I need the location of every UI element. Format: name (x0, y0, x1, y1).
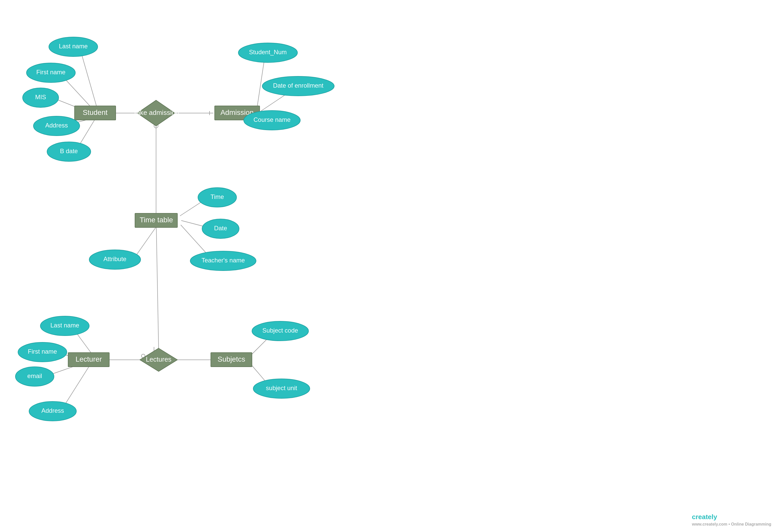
attr-first-name-lecturer-text: First name (28, 348, 57, 355)
attr-bdate-text: B date (60, 147, 78, 154)
svg-line-6 (257, 57, 265, 108)
attr-mis-text: MIS (35, 93, 46, 101)
attr-subject-unit-text: subject unit (266, 385, 297, 391)
svg-line-14 (134, 227, 156, 259)
timetable-label: Time table (139, 216, 173, 224)
lecturer-label: Lecturer (75, 355, 102, 363)
er-diagram: Take admission Student Admission Time ta… (0, 0, 779, 532)
svg-line-15 (156, 227, 159, 349)
attr-address-lecturer-text: Address (41, 407, 64, 414)
attr-student-num-text: Student_Num (249, 49, 287, 56)
attr-attribute-text: Attribute (103, 256, 126, 262)
attr-teachers-name-text: Teacher's name (201, 257, 245, 264)
attr-email-text: email (27, 373, 42, 379)
attr-last-name-lecturer-text: Last name (50, 322, 79, 329)
take-admission-label: Take admission (133, 109, 179, 117)
lectures-diamond-label: Lectures (146, 355, 172, 363)
attr-course-name-text: Course name (253, 116, 291, 123)
attr-subject-code-text: Subject code (262, 327, 298, 334)
subjetcs-label: Subjetcs (218, 355, 245, 363)
attr-date-enrollment-text: Date of enrollment (273, 82, 323, 89)
attr-address-student-text: Address (45, 122, 68, 129)
student-label: Student (83, 109, 108, 117)
attr-date-text: Date (214, 224, 227, 231)
attr-last-name-student-text: Last name (59, 43, 88, 50)
attr-time-text: Time (211, 193, 224, 200)
brand-name: creately (692, 513, 717, 521)
brand-sub: www.creately.com • Online Diagramming (692, 522, 771, 526)
svg-line-0 (80, 48, 97, 106)
watermark: creately www.creately.com • Online Diagr… (692, 513, 771, 527)
attr-first-name-student-text: First name (36, 69, 65, 76)
